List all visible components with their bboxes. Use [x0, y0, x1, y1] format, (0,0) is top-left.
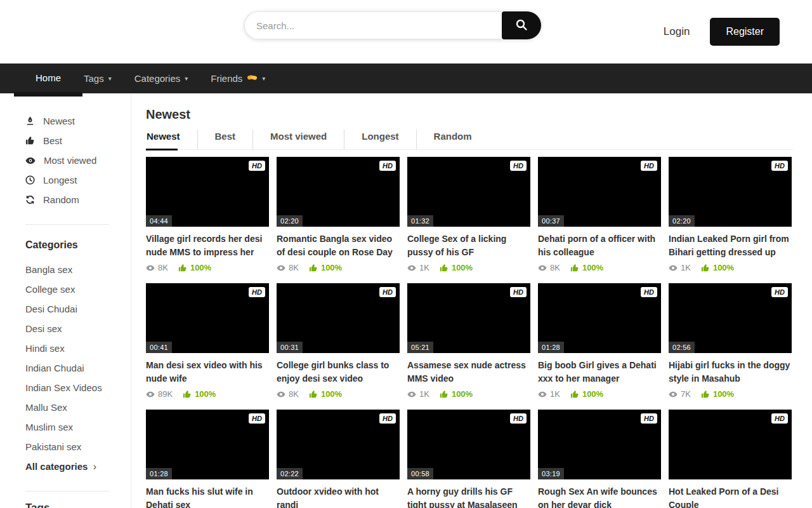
- nav-item-friends[interactable]: Friends ▾: [199, 64, 277, 93]
- video-title[interactable]: Man fucks his slut wife in Dehati sex: [146, 485, 269, 508]
- tab-random[interactable]: Random: [416, 130, 489, 149]
- video-title[interactable]: College Sex of a licking pussy of his GF: [407, 232, 530, 259]
- tab-longest[interactable]: Longest: [344, 130, 416, 149]
- handshake-emoji-icon: [247, 73, 258, 84]
- sidebar-item-longest[interactable]: Longest: [25, 170, 109, 190]
- video-thumbnail[interactable]: HD 00:37: [538, 157, 661, 227]
- tab-best[interactable]: Best: [197, 130, 253, 149]
- video-thumbnail[interactable]: HD 03:19: [538, 410, 661, 479]
- duration-badge: 01:32: [407, 215, 433, 227]
- sidebar-category-link[interactable]: Mallu Sex: [25, 398, 109, 417]
- search-input[interactable]: [244, 11, 502, 39]
- video-card[interactable]: HD 01:28 Big boob Girl gives a Dehati xx…: [538, 283, 661, 399]
- video-card[interactable]: HD 02:22 Outdoor xvideo with hot randi: [277, 410, 400, 508]
- sidebar-category-link[interactable]: Bangla sex: [25, 260, 109, 279]
- video-thumbnail[interactable]: HD 01:32: [407, 157, 530, 227]
- views-count: 89K: [146, 389, 173, 399]
- video-title[interactable]: Rough Sex An wife bounces on her devar d…: [538, 485, 661, 508]
- sidebar-category-link[interactable]: College sex: [25, 279, 109, 299]
- video-thumbnail[interactable]: HD 04:44: [146, 157, 269, 227]
- auth-area: Login Register: [664, 0, 780, 64]
- category-list: Bangla sex College sex Desi Chudai Desi …: [25, 260, 109, 457]
- video-stats: 1K 100%: [407, 389, 530, 399]
- video-card[interactable]: HD 05:21 Assamese sex nude actress MMS v…: [407, 283, 530, 399]
- video-thumbnail[interactable]: HD 02:22: [277, 410, 400, 479]
- video-stats: 1K 100%: [669, 263, 792, 272]
- tab-most-viewed[interactable]: Most viewed: [252, 130, 344, 149]
- all-categories-link[interactable]: All categories ›: [25, 457, 109, 476]
- duration-badge: 02:20: [277, 215, 303, 227]
- video-title[interactable]: Hot Leaked Porn of a Desi Couple: [669, 485, 792, 508]
- eye-icon: [538, 390, 547, 399]
- video-title[interactable]: Outdoor xvideo with hot randi: [277, 485, 400, 508]
- hd-badge: HD: [249, 287, 265, 297]
- video-thumbnail[interactable]: HD 05:21: [407, 283, 530, 353]
- video-title[interactable]: A horny guy drills his GF tight pussy at…: [407, 485, 530, 508]
- video-title[interactable]: Village girl records her desi nude MMS t…: [146, 232, 269, 259]
- video-card[interactable]: HD 00:31 College girl bunks class to enj…: [277, 283, 400, 399]
- video-thumbnail[interactable]: HD 01:28: [538, 283, 661, 353]
- video-title[interactable]: Hijabi girl fucks in the doggy style in …: [669, 359, 792, 385]
- video-card[interactable]: HD 00:41 Man desi sex video with his nud…: [146, 283, 269, 399]
- hd-badge: HD: [641, 161, 657, 171]
- video-card[interactable]: HD 02:20 Indian Leaked Porn girl from Bi…: [669, 157, 792, 272]
- video-card[interactable]: HD 00:58 A horny guy drills his GF tight…: [407, 410, 530, 508]
- video-card[interactable]: HD 01:28 Man fucks his slut wife in Deha…: [146, 410, 269, 508]
- sidebar-category-link[interactable]: Desi Chudai: [25, 299, 109, 319]
- tab-newest[interactable]: Newest: [146, 130, 197, 149]
- video-thumbnail[interactable]: HD 02:20: [669, 157, 792, 227]
- hd-badge: HD: [379, 287, 396, 297]
- rating-percent: 100%: [570, 389, 603, 399]
- sidebar-category-link[interactable]: Indian Chudai: [25, 358, 109, 378]
- video-card[interactable]: HD 02:56 Hijabi girl fucks in the doggy …: [669, 283, 792, 399]
- sort-links: Newest Best Most viewed Longest: [25, 111, 109, 210]
- search-button[interactable]: [502, 11, 541, 39]
- nav-item-home[interactable]: Home: [24, 64, 72, 93]
- video-thumbnail[interactable]: HD: [669, 410, 792, 479]
- video-thumbnail[interactable]: HD 00:41: [146, 283, 269, 353]
- rating-percent: 100%: [309, 389, 342, 399]
- video-title[interactable]: Dehati porn of a officer with his collea…: [538, 232, 661, 259]
- video-card[interactable]: HD 03:19 Rough Sex An wife bounces on he…: [538, 410, 661, 508]
- search-bar: [244, 11, 541, 39]
- video-thumbnail[interactable]: HD 01:28: [146, 410, 269, 479]
- sidebar-item-random[interactable]: Random: [25, 190, 109, 210]
- refresh-icon: [25, 195, 35, 204]
- eye-icon: [407, 390, 416, 399]
- sidebar-category-link[interactable]: Desi sex: [25, 319, 109, 338]
- sidebar-item-best[interactable]: Best: [25, 131, 109, 150]
- nav-item-tags[interactable]: Tags ▾: [72, 64, 123, 93]
- video-card[interactable]: HD 02:20 Romantic Bangla sex video of de…: [277, 157, 400, 272]
- video-card[interactable]: HD 04:44 Village girl records her desi n…: [146, 157, 269, 272]
- nav-item-categories[interactable]: Categories ▾: [123, 64, 200, 93]
- video-title[interactable]: Big boob Girl gives a Dehati xxx to her …: [538, 359, 661, 385]
- video-stats: 1K 100%: [538, 389, 661, 399]
- sidebar-item-newest[interactable]: Newest: [25, 111, 109, 131]
- login-link[interactable]: Login: [664, 25, 690, 38]
- clock-icon: [25, 175, 35, 185]
- sidebar-category-link[interactable]: Muslim sex: [25, 417, 109, 437]
- video-title[interactable]: Man desi sex video with his nude wife: [146, 359, 269, 385]
- video-thumbnail[interactable]: HD 00:58: [407, 410, 530, 479]
- video-thumbnail[interactable]: HD 00:31: [277, 283, 400, 353]
- video-card[interactable]: HD Hot Leaked Porn of a Desi Couple: [669, 410, 792, 508]
- video-title[interactable]: Indian Leaked Porn girl from Bihari gett…: [669, 232, 792, 259]
- eye-icon: [669, 264, 678, 272]
- video-card[interactable]: HD 00:37 Dehati porn of a officer with h…: [538, 157, 661, 272]
- video-card[interactable]: HD 01:32 College Sex of a licking pussy …: [407, 157, 530, 272]
- video-title[interactable]: Romantic Bangla sex video of desi couple…: [277, 232, 400, 259]
- sidebar-item-most-viewed[interactable]: Most viewed: [25, 150, 109, 170]
- sidebar-category-link[interactable]: Hindi sex: [25, 338, 109, 358]
- sidebar-category-link[interactable]: Indian Sex Videos: [25, 378, 109, 398]
- register-button[interactable]: Register: [710, 18, 780, 46]
- sidebar-category-link[interactable]: Pakistani sex: [25, 437, 109, 457]
- video-thumbnail[interactable]: HD 02:56: [669, 283, 792, 353]
- video-title[interactable]: Assamese sex nude actress MMS video: [407, 359, 530, 385]
- eye-icon: [407, 264, 416, 272]
- rating-percent: 100%: [178, 263, 211, 272]
- video-title[interactable]: College girl bunks class to enjoy desi s…: [277, 359, 400, 385]
- views-count: 1K: [538, 389, 560, 399]
- hd-badge: HD: [379, 413, 396, 424]
- video-thumbnail[interactable]: HD 02:20: [277, 157, 400, 227]
- duration-badge: 00:41: [146, 342, 172, 353]
